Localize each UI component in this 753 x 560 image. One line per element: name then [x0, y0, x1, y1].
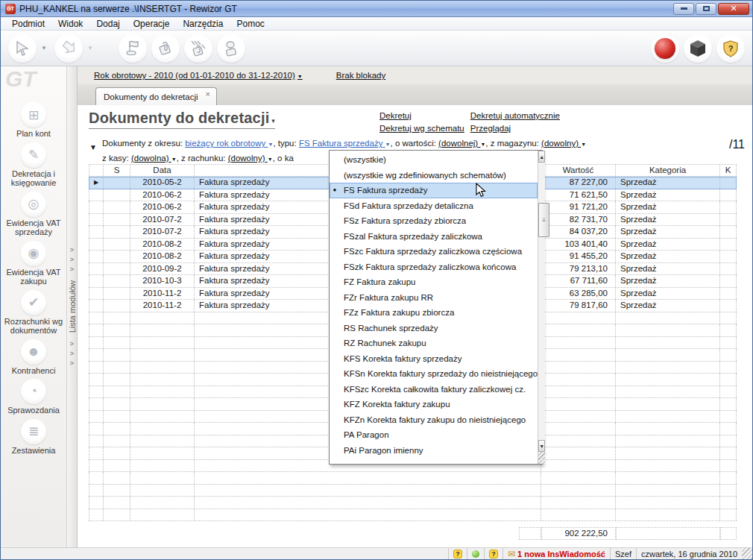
menu-item[interactable]: Widok: [51, 19, 89, 29]
dropdown-item[interactable]: KFS Korekta faktury sprzedaży: [330, 351, 538, 367]
dropdown-item[interactable]: FSzal Faktura sprzedaży zaliczkowa: [330, 229, 538, 245]
fiscal-year-link[interactable]: Rok obrotowy - 2010 (od 01-01-2010 do 31…: [94, 71, 303, 80]
sidebar-module[interactable]: ☻ Kontrahenci: [1, 339, 66, 376]
dropdown-item[interactable]: FSd Faktura sprzedaży detaliczna: [330, 198, 538, 214]
paperclip-import-icon[interactable]: [184, 34, 212, 63]
col-wartosc[interactable]: Wartość: [541, 165, 616, 176]
col-k[interactable]: K: [720, 165, 737, 176]
chevron-right-icon[interactable]: >: [70, 266, 74, 273]
cell-kategoria: Sprzedaż: [616, 251, 720, 262]
sidebar-module[interactable]: ≣ Zestawienia: [1, 419, 66, 456]
chevron-right-icon[interactable]: >: [70, 247, 74, 254]
filter-typ-link[interactable]: FS Faktura sprzedaży ▼: [299, 139, 391, 148]
empty-table-row[interactable]: [89, 497, 737, 509]
dropdown-item[interactable]: KFSzc Korekta całkowita faktury zaliczko…: [330, 382, 538, 397]
forward-caret-icon[interactable]: ▼: [87, 45, 93, 51]
dropdown-item[interactable]: FZr Faktura zakupu RR: [330, 290, 538, 306]
archive-cube-icon[interactable]: [684, 34, 712, 63]
col-s[interactable]: S: [104, 165, 130, 176]
tab-dokumenty-do-dekretacji[interactable]: Dokumenty do dekretacji ×: [95, 87, 217, 105]
action-dekretuj[interactable]: Dekretuj: [379, 110, 464, 122]
chevron-right-icon[interactable]: >: [70, 360, 74, 367]
dropdown-item[interactable]: PAi Paragon imienny: [330, 443, 538, 459]
action-dekretuj-wg-schematu[interactable]: Dekretuj wg schematu: [379, 122, 464, 135]
dropdown-scrollbar[interactable]: ▲ ≡ ▼: [538, 151, 545, 464]
close-button[interactable]: ✕: [718, 3, 749, 15]
scroll-down-icon[interactable]: ▼: [538, 440, 545, 452]
sidebar-module[interactable]: ✔ Rozrachunki wg dokumentów: [1, 290, 66, 336]
help-indicator-1[interactable]: ?: [448, 548, 467, 559]
filter-wartosc-link[interactable]: (dowolnej) ▼: [438, 139, 485, 148]
dropdown-item[interactable]: FSz Faktura sprzedaży zbiorcza: [330, 213, 538, 229]
dropdown-item[interactable]: FSzk Faktura sprzedaży zaliczkowa końcow…: [330, 259, 538, 275]
dropdown-item[interactable]: FZ Faktura zakupu: [330, 274, 538, 290]
paperclip-icon[interactable]: [151, 34, 180, 63]
minimize-button[interactable]: [673, 3, 694, 15]
cube-glyph: [688, 39, 708, 58]
network-sphere-icon[interactable]: [651, 34, 679, 63]
scrollbar-thumb[interactable]: ≡: [538, 203, 549, 237]
menu-item[interactable]: Operacje: [127, 19, 177, 29]
maximize-button[interactable]: [696, 3, 716, 15]
pointer-open-icon[interactable]: [8, 34, 37, 63]
dropdown-item[interactable]: RZ Rachunek zakupu: [330, 336, 538, 351]
action-przegladaj[interactable]: Przeglądaj: [470, 122, 560, 135]
cell-data: 2010-09-2: [130, 263, 195, 275]
filter-rachunek-link[interactable]: (dowolny) ▼: [228, 154, 273, 163]
row-marker: [89, 214, 104, 226]
filter-okres-link[interactable]: bieżący rok obrotowy ▼: [185, 139, 273, 148]
row-marker: ▶: [89, 177, 104, 189]
empty-table-row[interactable]: [89, 509, 737, 522]
flag-icon[interactable]: [119, 34, 147, 63]
col-marker[interactable]: [89, 165, 104, 176]
menu-item[interactable]: Narzędzia: [176, 19, 230, 29]
filter-icon[interactable]: ▼: [89, 143, 97, 151]
sidebar-module[interactable]: ◎ Ewidencja VAT sprzedaży: [1, 192, 66, 237]
dropdown-item[interactable]: KFZn Korekta faktury zakupu do nieistnie…: [330, 412, 538, 428]
filter-kasa-link[interactable]: (dowolna) ▼: [131, 154, 177, 163]
action-dekretuj-automatycznie[interactable]: Dekretuj automatycznie: [470, 110, 560, 122]
empty-table-row[interactable]: [89, 485, 737, 497]
dropdown-item[interactable]: RS Rachunek sprzedaży: [330, 321, 538, 336]
paperclip-note-icon[interactable]: [217, 34, 245, 63]
chevron-right-icon[interactable]: >: [70, 350, 74, 357]
menu-item[interactable]: Podmiot: [5, 19, 51, 29]
window-resize-grip[interactable]: [742, 548, 752, 559]
empty-cell: [130, 497, 195, 509]
dropdown-item[interactable]: KFZ Korekta faktury zakupu: [330, 397, 538, 412]
filter-magazyn-link[interactable]: (dowolny) ▼: [541, 139, 586, 148]
empty-table-row[interactable]: [89, 472, 737, 485]
title-caret-icon[interactable]: ▾: [269, 117, 274, 125]
dropdown-item[interactable]: (wszystkie wg zdefiniowanych schematów): [330, 168, 538, 183]
menu-item[interactable]: Dodaj: [89, 19, 126, 29]
dropdown-item[interactable]: FZz Faktura zakupu zbiorcza: [330, 305, 538, 321]
menu-item[interactable]: Pomoc: [230, 19, 271, 29]
help-indicator-2[interactable]: ?: [484, 548, 502, 559]
pointer-open-caret-icon[interactable]: ▼: [41, 45, 47, 51]
dropdown-item[interactable]: KFSn Korekta faktury sprzedaży do nieist…: [330, 366, 538, 382]
scrollbar-track[interactable]: ≡: [538, 163, 545, 440]
col-kategoria[interactable]: Kategoria: [616, 165, 720, 176]
chevron-right-icon[interactable]: >: [70, 341, 74, 347]
sidebar-module[interactable]: ✎ Dekretacja i księgowanie: [1, 142, 66, 188]
dropdown-item[interactable]: ● FS Faktura sprzedaży: [330, 183, 538, 198]
module-list-splitter[interactable]: > > > Lista modułów > > >: [66, 66, 78, 547]
chevron-right-icon[interactable]: >: [70, 257, 74, 263]
forward-icon[interactable]: [54, 34, 83, 63]
scroll-up-icon[interactable]: ▲: [538, 151, 545, 163]
dropdown-item[interactable]: PA Paragon: [330, 427, 538, 443]
connection-indicator[interactable]: [467, 548, 484, 559]
dropdown-item[interactable]: (wszystkie): [330, 152, 538, 168]
sidebar-module[interactable]: ◔ Sprawozdania: [1, 379, 66, 415]
col-data[interactable]: Data: [130, 165, 195, 176]
help-shield-icon[interactable]: ?: [716, 34, 745, 63]
sidebar-module[interactable]: ⊞ Plan kont: [1, 102, 66, 139]
lock-status-link[interactable]: Brak blokady: [336, 71, 385, 80]
insmail-message[interactable]: ✉ 1 nowa InsWiadomość: [502, 548, 610, 559]
empty-cell: [104, 497, 130, 509]
empty-cell: [720, 411, 737, 423]
tab-close-icon[interactable]: ×: [206, 90, 210, 98]
dropdown-item[interactable]: FSzc Faktura sprzedaży zaliczkowa części…: [330, 244, 538, 259]
dropdown-resize-grip[interactable]: [538, 452, 545, 464]
sidebar-module[interactable]: ◉ Ewidencja VAT zakupu: [1, 241, 66, 286]
